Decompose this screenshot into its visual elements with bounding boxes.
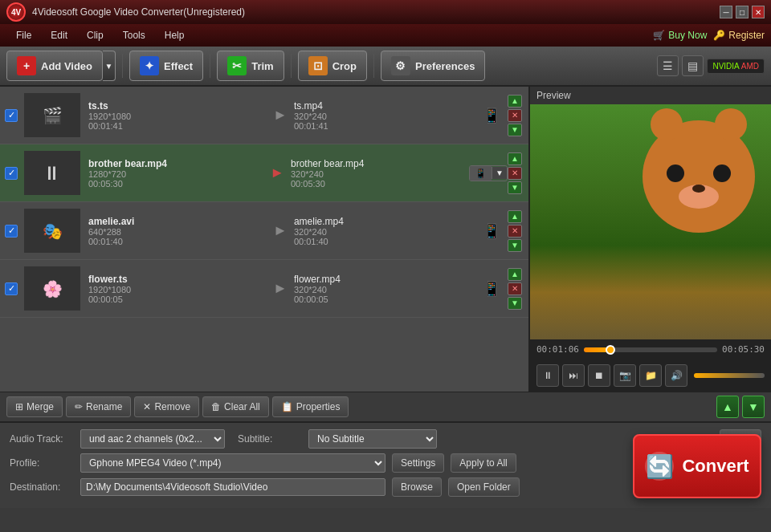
- move-down-button[interactable]: ▼: [742, 396, 765, 418]
- volume-bar[interactable]: [694, 373, 765, 378]
- maximize-button[interactable]: □: [736, 6, 749, 18]
- volume-button[interactable]: 🔊: [665, 364, 687, 387]
- open-folder-button[interactable]: Open Folder: [448, 477, 520, 497]
- buy-now-button[interactable]: 🛒 Buy Now: [653, 30, 707, 41]
- minimize-button[interactable]: ─: [720, 6, 732, 18]
- audio-track-select[interactable]: und aac 2 channels (0x2...: [80, 429, 225, 449]
- rename-button[interactable]: ✏ Rename: [66, 396, 131, 417]
- output-dur-4: 00:00:05: [294, 294, 472, 304]
- menu-tools[interactable]: Tools: [113, 26, 155, 44]
- table-row[interactable]: ✓ ⏸ brother bear.mp4 1280*720 00:05:30 ►…: [0, 144, 528, 202]
- menu-help[interactable]: Help: [155, 26, 194, 44]
- preview-label: Preview: [530, 87, 771, 104]
- trim-button[interactable]: ✂ Trim: [217, 51, 284, 81]
- checkbox-2[interactable]: ✓: [3, 167, 19, 180]
- list-view-button[interactable]: ☰: [657, 55, 679, 76]
- clear-all-button[interactable]: 🗑 Clear All: [202, 396, 269, 417]
- output-dur-1: 00:01:41: [294, 121, 472, 131]
- play-pause-button[interactable]: ⏸: [536, 364, 559, 387]
- thumbnail-2: ⏸: [24, 151, 80, 195]
- app-logo: 4V: [6, 2, 26, 22]
- crop-icon: ⊡: [308, 56, 328, 75]
- seekbar-track[interactable]: [584, 347, 717, 352]
- key-icon: 🔑: [713, 30, 725, 41]
- stop-button[interactable]: ⏹: [588, 364, 610, 387]
- bear-head: [642, 120, 755, 233]
- crop-button[interactable]: ⊡ Crop: [298, 51, 367, 81]
- row-actions-2: ▲ ✕ ▼: [508, 152, 525, 194]
- bear-muzzle: [679, 185, 719, 209]
- remove-button[interactable]: ✕ Remove: [134, 396, 199, 417]
- bear-nose: [692, 185, 705, 193]
- row-down-2[interactable]: ▼: [508, 181, 522, 194]
- preview-controls: ⏸ ⏭ ⏹ 📷 📁 🔊: [530, 359, 771, 392]
- file-name-3: amelie.avi: [88, 216, 267, 227]
- checkbox-3[interactable]: ✓: [3, 225, 19, 238]
- audio-track-label: Audio Track:: [10, 433, 74, 445]
- device-selector-2[interactable]: 📱 ▼: [469, 165, 508, 181]
- close-button[interactable]: ✕: [752, 6, 765, 18]
- file-res-3: 640*288: [88, 227, 267, 237]
- file-name-1: ts.ts: [88, 100, 267, 112]
- add-video-dropdown[interactable]: ▼: [103, 51, 116, 81]
- row-up-2[interactable]: ▲: [508, 152, 522, 165]
- pause-icon: ⏸: [43, 162, 62, 185]
- row-up-1[interactable]: ▲: [508, 95, 522, 108]
- row-down-1[interactable]: ▼: [508, 124, 522, 136]
- rename-icon: ✏: [75, 401, 83, 412]
- screenshot-button[interactable]: 📷: [614, 364, 636, 387]
- row-del-4[interactable]: ✕: [508, 282, 522, 295]
- destination-input[interactable]: [80, 478, 386, 496]
- arrow-4: ►: [270, 280, 291, 297]
- menu-clip[interactable]: Clip: [77, 26, 113, 44]
- add-video-button[interactable]: + Add Video: [6, 51, 103, 81]
- apply-to-all-button[interactable]: Apply to All: [451, 453, 516, 473]
- table-row[interactable]: ✓ 🎭 amelie.avi 640*288 00:01:40 ► amelie…: [0, 202, 528, 260]
- subtitle-select[interactable]: No Subtitle: [308, 429, 437, 449]
- profile-select[interactable]: Gphone MPEG4 Video (*.mp4): [80, 453, 386, 473]
- file-info-3: amelie.avi 640*288 00:01:40: [85, 216, 270, 246]
- row-down-3[interactable]: ▼: [508, 239, 522, 252]
- output-info-2: brother bear.mp4 320*240 00:05:30: [288, 158, 469, 189]
- table-row[interactable]: ✓ 🎬 ts.ts 1920*1080 00:01:41 ► ts.mp4 32…: [0, 87, 528, 144]
- convert-button[interactable]: 🔄 Convert: [633, 434, 761, 498]
- arrow-1: ►: [270, 107, 291, 124]
- row-del-2[interactable]: ✕: [508, 167, 522, 180]
- step-forward-button[interactable]: ⏭: [562, 364, 585, 387]
- output-name-4: flower.mp4: [294, 274, 472, 285]
- grid-view-button[interactable]: ▤: [682, 55, 704, 76]
- row-down-4[interactable]: ▼: [508, 297, 522, 310]
- properties-button[interactable]: 📋 Properties: [272, 396, 349, 417]
- file-dur-2: 00:05:30: [88, 179, 263, 189]
- row-del-1[interactable]: ✕: [508, 109, 522, 122]
- gpu-badge: NVIDIA AMD: [707, 59, 765, 74]
- register-button[interactable]: 🔑 Register: [713, 30, 765, 41]
- preferences-button[interactable]: ⚙ Preferences: [381, 51, 485, 81]
- row-del-3[interactable]: ✕: [508, 225, 522, 238]
- row-up-3[interactable]: ▲: [508, 210, 522, 223]
- output-res-2: 320*240: [291, 169, 466, 179]
- app-title: 4Videosoft Google Video Converter(Unregi…: [32, 6, 720, 18]
- row-up-4[interactable]: ▲: [508, 268, 522, 281]
- file-res-2: 1280*720: [88, 169, 263, 179]
- convert-section: 🔄 Convert: [633, 434, 761, 498]
- separator-3: [291, 54, 292, 78]
- file-dur-1: 00:01:41: [88, 121, 267, 131]
- output-info-4: flower.mp4 320*240 00:00:05: [291, 274, 475, 304]
- merge-button[interactable]: ⊞ Merge: [6, 396, 63, 417]
- output-res-3: 320*240: [294, 227, 472, 237]
- file-info-4: flower.ts 1920*1080 00:00:05: [85, 274, 270, 304]
- destination-label: Destination:: [10, 481, 74, 493]
- browse-button[interactable]: Browse: [392, 477, 442, 497]
- menu-edit[interactable]: Edit: [41, 26, 77, 44]
- checkbox-4[interactable]: ✓: [3, 282, 19, 295]
- settings-button[interactable]: Settings: [392, 453, 444, 473]
- file-info-1: ts.ts 1920*1080 00:01:41: [85, 100, 270, 131]
- folder-button[interactable]: 📁: [639, 364, 662, 387]
- arrow-2: ►: [267, 164, 288, 181]
- checkbox-1[interactable]: ✓: [3, 109, 19, 122]
- effect-button[interactable]: ✦ Effect: [129, 51, 203, 81]
- table-row[interactable]: ✓ 🌸 flower.ts 1920*1080 00:00:05 ► flowe…: [0, 260, 528, 318]
- menu-file[interactable]: File: [6, 26, 41, 44]
- move-up-button[interactable]: ▲: [716, 396, 739, 418]
